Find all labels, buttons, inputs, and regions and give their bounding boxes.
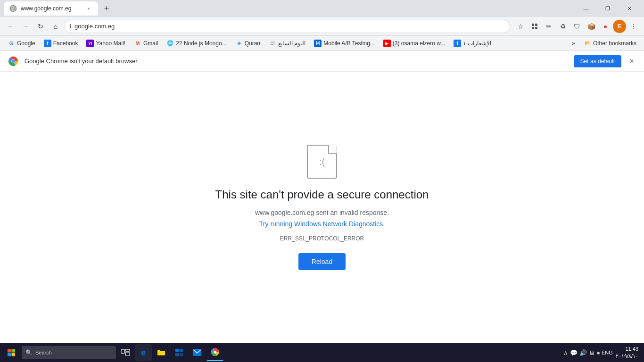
set-as-default-button[interactable]: Set as default (574, 55, 621, 67)
window-controls: — ❐ ✕ (575, 0, 640, 17)
bookmark-ads[interactable]: f الإشعارات ١ (450, 38, 495, 49)
svg-point-22 (214, 351, 216, 354)
other-bookmarks[interactable]: 📂 Other bookmarks (580, 38, 640, 49)
address-text: google.com.eg (74, 23, 505, 30)
yomelsabeh-bookmark-icon: 📰 (269, 40, 276, 47)
svg-rect-4 (532, 27, 534, 29)
start-button[interactable] (2, 343, 21, 362)
svg-point-0 (10, 6, 16, 11)
tab-close-button[interactable]: × (85, 5, 92, 12)
active-tab[interactable]: www.google.com.eg × (4, 1, 98, 16)
bookmark-yahoo[interactable]: Y! Yahoo Mail! (83, 38, 129, 49)
svg-rect-11 (8, 353, 11, 357)
taskbar-search-placeholder: Search (35, 350, 52, 355)
bookmark-yomelsabeh[interactable]: 📰 اليوم السابع (265, 38, 309, 49)
bookmark-gmail-label: Gmail (143, 40, 158, 47)
title-bar: www.google.com.eg × + — ❐ ✕ (0, 0, 644, 17)
quran-bookmark-icon: ◈ (235, 40, 243, 47)
error-description: www.google.com.eg sent an invalid respon… (255, 209, 389, 216)
banner-text: Google Chrome isn't your default browser (25, 58, 568, 65)
home-button[interactable]: ⌂ (49, 20, 62, 33)
bookmark-star-button[interactable]: ☆ (514, 20, 527, 33)
forward-button[interactable]: → (19, 20, 32, 33)
chrome-taskbar-button[interactable] (206, 344, 223, 361)
svg-rect-5 (535, 27, 537, 29)
svg-rect-17 (180, 349, 183, 352)
notification-icon[interactable]: 💬 (570, 349, 578, 356)
taskbar-search[interactable]: 🔍 Search (22, 346, 116, 359)
svg-rect-16 (175, 349, 179, 352)
google-bookmark-icon: G (8, 40, 15, 47)
extension-box-button[interactable]: 📦 (585, 20, 598, 33)
bookmark-nodejs-label: 22 Node js Mongo... (176, 40, 226, 47)
bookmark-quran[interactable]: ◈ Quran (231, 38, 264, 49)
extension-puzzle-button[interactable] (528, 20, 541, 33)
more-bookmarks-button[interactable]: » (568, 39, 579, 48)
svg-rect-13 (121, 349, 124, 354)
chrome-menu-button[interactable]: ⋮ (627, 20, 640, 33)
task-view-button[interactable] (117, 344, 134, 361)
bookmark-ads-label: الإشعارات ١ (463, 40, 491, 47)
address-bar[interactable]: ℹ google.com.eg (64, 20, 510, 33)
extension-shield-button[interactable]: 🛡 (570, 20, 584, 33)
main-content: :( This site can't provide a secure conn… (0, 72, 644, 343)
bookmark-mobile-testing-label: Mobile A/B Testing... (323, 40, 375, 47)
tab-favicon (9, 5, 17, 12)
profile-button[interactable]: E (613, 20, 626, 33)
file-explorer-button[interactable] (153, 344, 170, 361)
taskbar: 🔍 Search e (0, 343, 644, 362)
nodejs-bookmark-icon: 🌐 (166, 40, 174, 47)
more-bookmarks-label: » (572, 40, 575, 47)
windows-mail-button[interactable] (189, 344, 206, 361)
bookmark-osama[interactable]: ▶ (3) osama elzero w... (380, 38, 449, 49)
bookmark-gmail[interactable]: M Gmail (130, 38, 162, 49)
windows-store-button[interactable] (171, 344, 188, 361)
svg-point-1 (12, 7, 15, 10)
system-tray: ∧ 💬 🔊 🖥 ■ ENG 11:43 ٢٠١٩/٨/١٠ (560, 346, 642, 360)
gmail-bookmark-icon: M (134, 40, 141, 47)
nav-icons: ☆ ✏ ♻ 🛡 📦 ● E ⋮ (514, 20, 640, 33)
bookmark-mobile-testing[interactable]: M Mobile A/B Testing... (310, 38, 379, 49)
tab-title: www.google.com.eg (21, 5, 81, 12)
back-button[interactable]: ← (4, 20, 17, 33)
chrome-logo-icon (8, 56, 19, 67)
minimize-button[interactable]: — (575, 0, 597, 17)
svg-rect-9 (8, 349, 11, 353)
extension-red-button[interactable]: ● (599, 20, 612, 33)
network-icon[interactable]: 🖥 (589, 349, 595, 356)
battery-icon[interactable]: ■ (597, 350, 600, 355)
sad-file-icon: :( (307, 145, 337, 179)
sad-face-icon: :( (319, 156, 325, 167)
mobile-testing-bookmark-icon: M (314, 40, 322, 47)
other-bookmarks-label: Other bookmarks (593, 40, 636, 47)
new-tab-button[interactable]: + (100, 2, 113, 15)
maximize-button[interactable]: ❐ (597, 0, 619, 17)
error-code: ERR_SSL_PROTOCOL_ERROR (280, 235, 364, 242)
svg-rect-15 (125, 352, 130, 356)
reload-button[interactable]: Reload (298, 253, 346, 270)
extension-pen-button[interactable]: ✏ (542, 20, 555, 33)
clock-time: 11:43 (616, 346, 638, 353)
banner-close-button[interactable]: × (627, 57, 636, 66)
diagnostics-link[interactable]: Try running Windows Network Diagnostics. (259, 220, 385, 228)
svg-rect-3 (535, 24, 537, 26)
bookmark-yomelsabeh-label: اليوم السابع (278, 40, 305, 47)
refresh-button[interactable]: ↻ (34, 20, 47, 33)
bookmark-facebook[interactable]: f Facebook (40, 38, 82, 49)
osama-bookmark-icon: ▶ (383, 40, 391, 47)
svg-rect-19 (180, 353, 183, 356)
svg-rect-12 (12, 353, 16, 357)
system-clock[interactable]: 11:43 ٢٠١٩/٨/١٠ (616, 346, 638, 360)
tray-chevron-icon[interactable]: ∧ (563, 349, 568, 356)
clock-date: ٢٠١٩/٨/١٠ (616, 353, 638, 360)
language-label[interactable]: ENG (602, 350, 613, 355)
bookmark-google[interactable]: G Google (4, 38, 39, 49)
speaker-icon[interactable]: 🔊 (579, 349, 587, 356)
bookmark-quran-label: Quran (245, 40, 260, 47)
edge-browser-button[interactable]: e (135, 344, 152, 361)
close-button[interactable]: ✕ (619, 0, 640, 17)
extension-recycle-button[interactable]: ♻ (556, 20, 570, 33)
svg-rect-2 (532, 24, 534, 26)
bookmark-nodejs[interactable]: 🌐 22 Node js Mongo... (163, 38, 230, 49)
default-browser-banner: Google Chrome isn't your default browser… (0, 51, 644, 72)
